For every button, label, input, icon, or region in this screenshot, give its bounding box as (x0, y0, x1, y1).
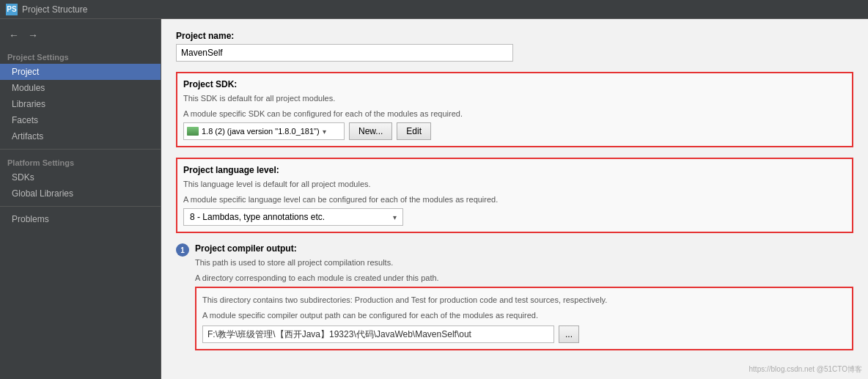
project-settings-label: Project Settings (0, 48, 161, 64)
back-button[interactable]: ← (6, 28, 22, 43)
lang-dropdown[interactable]: 8 - Lambdas, type annotations etc. ▾ (183, 208, 403, 226)
lang-arrow-icon: ▾ (393, 213, 397, 221)
project-name-input[interactable] (176, 44, 513, 62)
sidebar-divider (0, 149, 161, 150)
compiler-desc3: This directory contains two subdirectori… (202, 294, 846, 306)
title-bar: PS Project Structure (0, 0, 868, 19)
compiler-badge: 1 (176, 243, 189, 257)
sdk-desc1: This SDK is default for all project modu… (183, 92, 846, 105)
sidebar-divider-2 (0, 206, 161, 207)
main-panel: Project name: Project SDK: This SDK is d… (161, 19, 868, 379)
compiler-path-input[interactable] (202, 325, 554, 343)
sidebar-item-modules[interactable]: Modules (0, 80, 161, 96)
compiler-output-group: 1 Project compiler output: This path is … (176, 243, 853, 361)
sidebar-item-problems[interactable]: Problems (0, 211, 161, 227)
lang-desc1: This language level is default for all p… (183, 178, 846, 191)
lang-desc2: A module specific language level can be … (183, 194, 846, 206)
sidebar-item-sdks[interactable]: SDKs (0, 169, 161, 185)
sidebar-item-facets[interactable]: Facets (0, 112, 161, 128)
sdk-arrow-icon: ▾ (323, 128, 326, 136)
sidebar: ← → Project Settings Project Modules Lib… (0, 19, 161, 379)
lang-level-label: Project language level: (183, 165, 846, 175)
compiler-path-highlight-box: This directory contains two subdirectori… (195, 287, 853, 350)
project-sdk-label: Project SDK: (183, 79, 846, 89)
sidebar-item-global-libraries[interactable]: Global Libraries (0, 185, 161, 202)
sdk-new-button[interactable]: New... (349, 122, 392, 140)
watermark: https://blog.csdn.net @51CTO博客 (749, 364, 862, 375)
sdk-dropdown[interactable]: 1.8 (2) (java version "1.8.0_181") ▾ (183, 122, 345, 140)
app-icon: PS (6, 4, 18, 15)
sdk-desc2: A module specific SDK can be configured … (183, 108, 846, 120)
sidebar-item-artifacts[interactable]: Artifacts (0, 128, 161, 144)
compiler-desc4: A module specific compiler output path c… (202, 309, 846, 322)
sdk-value: 1.8 (2) (java version "1.8.0_181") (202, 127, 320, 136)
compiler-desc1: This path is used to store all project c… (195, 257, 853, 269)
sdk-highlight-box: Project SDK: This SDK is default for all… (176, 72, 853, 147)
sdk-edit-button[interactable]: Edit (397, 122, 431, 140)
compiler-output-label: Project compiler output: (195, 243, 853, 254)
compiler-desc2: A directory corresponding to each module… (195, 272, 853, 284)
project-name-group: Project name: (176, 31, 853, 62)
lang-highlight-box: Project language level: This language le… (176, 158, 853, 233)
sidebar-item-project[interactable]: Project (0, 64, 161, 80)
sdk-icon (187, 127, 199, 136)
sidebar-item-libraries[interactable]: Libraries (0, 96, 161, 112)
lang-value: 8 - Lambdas, type annotations etc. (190, 212, 325, 222)
forward-button[interactable]: → (25, 28, 41, 43)
browse-button[interactable]: ... (559, 325, 579, 343)
project-name-label: Project name: (176, 31, 853, 41)
window-title: Project Structure (22, 4, 87, 15)
platform-settings-label: Platform Settings (0, 154, 161, 169)
